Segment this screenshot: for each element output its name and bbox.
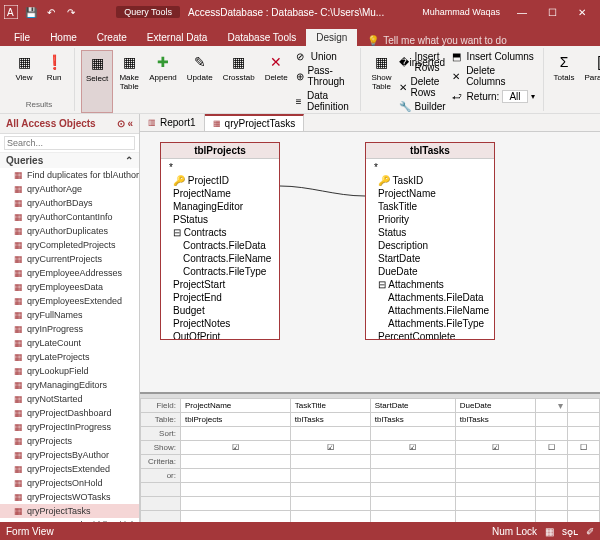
nav-item[interactable]: ▦qryFullNames [0, 308, 139, 322]
field-item[interactable]: ProjectStart [165, 278, 275, 291]
qbe-cell[interactable] [290, 469, 370, 483]
qbe-cell[interactable] [290, 427, 370, 441]
field-item[interactable]: 🔑 ProjectID [165, 174, 275, 187]
qbe-cell[interactable] [536, 413, 568, 427]
delete-rows-button[interactable]: ✕Delete Rows [397, 75, 447, 99]
qbe-cell[interactable]: ☑ [181, 441, 291, 455]
nav-section-queries[interactable]: Queries⌃ [0, 153, 139, 168]
view-design-icon[interactable]: ✐ [586, 526, 594, 537]
builder-button[interactable]: 🔧Builder [397, 100, 447, 113]
nav-search-input[interactable] [4, 136, 135, 150]
undo-icon[interactable]: ↶ [44, 5, 58, 19]
append-button[interactable]: ✚Append [145, 50, 181, 113]
nav-item[interactable]: ▦Find duplicates for tblAuthors [0, 168, 139, 182]
nav-header[interactable]: All Access Objects ⊙ « [0, 114, 139, 134]
qbe-cell[interactable] [455, 469, 536, 483]
qbe-cell[interactable] [290, 455, 370, 469]
nav-item[interactable]: ▦qryCurrentProjects [0, 252, 139, 266]
field-item[interactable]: Attachments.FileName [370, 304, 490, 317]
field-item[interactable]: Contracts.FileData [165, 239, 275, 252]
field-item[interactable]: ProjectEnd [165, 291, 275, 304]
qbe-cell[interactable] [455, 455, 536, 469]
doctab-report1[interactable]: ▥Report1 [140, 114, 205, 131]
field-item[interactable]: StartDate [370, 252, 490, 265]
qbe-cell[interactable] [536, 469, 568, 483]
view-button[interactable]: ▦View [10, 50, 38, 100]
nav-item[interactable]: ▦qryProjectsWOTasks [0, 490, 139, 504]
field-item[interactable]: ProjectName [370, 187, 490, 200]
update-button[interactable]: ✎Update [183, 50, 217, 113]
nav-item[interactable]: ▦qryLateCount [0, 336, 139, 350]
nav-item[interactable]: ▦qryLateProjects [0, 350, 139, 364]
passthrough-button[interactable]: ⊕Pass-Through [294, 64, 355, 88]
nav-item[interactable]: ▦qryProjectsByAuthor [0, 448, 139, 462]
field-item[interactable]: Attachments.FileType [370, 317, 490, 330]
save-icon[interactable]: 💾 [24, 5, 38, 19]
nav-item[interactable]: ▦qryAuthorDuplicates [0, 224, 139, 238]
qbe-cell[interactable]: StartDate [370, 399, 455, 413]
table-tbltasks[interactable]: tblTasks *🔑 TaskIDProjectNameTaskTitlePr… [365, 142, 495, 340]
qbe-cell[interactable]: ☑ [290, 441, 370, 455]
doctab-qryprojecttasks[interactable]: ▦qryProjectTasks [205, 114, 305, 131]
qbe-cell[interactable] [181, 427, 291, 441]
qbe-cell[interactable]: tblTasks [290, 413, 370, 427]
collapse-icon[interactable]: ⌃ [125, 155, 133, 166]
select-button[interactable]: ▦Select [81, 50, 113, 113]
nav-item[interactable]: ▦qryLookupField [0, 364, 139, 378]
field-item[interactable]: PercentComplete [370, 330, 490, 339]
qbe-cell[interactable]: tblTasks [370, 413, 455, 427]
field-item[interactable]: OutOfPrint [165, 330, 275, 339]
qbe-cell[interactable]: ☐ [568, 441, 600, 455]
tab-external-data[interactable]: External Data [137, 29, 218, 46]
datadef-button[interactable]: ≡Data Definition [294, 89, 355, 113]
qbe-cell[interactable] [181, 469, 291, 483]
nav-item[interactable]: ▦qryProjectDashboard [0, 406, 139, 420]
field-item[interactable]: ⊟ Attachments [370, 278, 490, 291]
field-item[interactable]: Priority [370, 213, 490, 226]
nav-item[interactable]: ▦qryManagingEditors [0, 378, 139, 392]
qbe-cell[interactable]: tblTasks [455, 413, 536, 427]
field-item[interactable]: Contracts.FileName [165, 252, 275, 265]
delete-button[interactable]: ✕Delete [261, 50, 292, 113]
field-item[interactable]: ProjectNotes [165, 317, 275, 330]
field-item[interactable]: * [370, 161, 490, 174]
qbe-cell[interactable]: TaskTitle [290, 399, 370, 413]
query-design-surface[interactable]: tblProjects *🔑 ProjectIDProjectNameManag… [140, 132, 600, 392]
nav-item[interactable]: ▦qryNotStarted [0, 392, 139, 406]
qbe-cell[interactable]: ▾ [536, 399, 568, 413]
field-item[interactable]: Description [370, 239, 490, 252]
union-button[interactable]: ⊘Union [294, 50, 355, 63]
nav-item[interactable]: ▦qryProjectsOnHold [0, 476, 139, 490]
field-item[interactable]: PStatus [165, 213, 275, 226]
field-item[interactable]: TaskTitle [370, 200, 490, 213]
insert-rows-button[interactable]: �insertedInsert Rows [397, 50, 447, 74]
field-item[interactable]: Contracts.FileType [165, 265, 275, 278]
field-item[interactable]: * [165, 161, 275, 174]
qbe-cell[interactable] [568, 413, 600, 427]
tab-create[interactable]: Create [87, 29, 137, 46]
make-table-button[interactable]: ▦Make Table [115, 50, 143, 113]
field-item[interactable]: ⊟ Contracts [165, 226, 275, 239]
qbe-cell[interactable]: tblProjects [181, 413, 291, 427]
qbe-cell[interactable] [370, 455, 455, 469]
user-name[interactable]: Muhammad Waqas [422, 7, 500, 17]
field-item[interactable]: ProjectName [165, 187, 275, 200]
parameters-button[interactable]: [?]Parameters [580, 50, 600, 101]
run-button[interactable]: ❗Run [40, 50, 68, 100]
qbe-cell[interactable] [455, 427, 536, 441]
qbe-cell[interactable] [568, 455, 600, 469]
qbe-cell[interactable]: ☑ [370, 441, 455, 455]
qbe-cell[interactable] [181, 455, 291, 469]
chevron-down-icon[interactable]: ⊙ « [117, 118, 133, 129]
nav-item[interactable]: ▦qryProjectsExtended [0, 462, 139, 476]
delete-cols-button[interactable]: ✕Delete Columns [450, 64, 537, 88]
nav-item[interactable]: ▦qryProjectTasks [0, 504, 139, 518]
nav-item[interactable]: ▦qryEmployeesExtended [0, 294, 139, 308]
qbe-cell[interactable] [536, 427, 568, 441]
minimize-icon[interactable]: — [508, 7, 536, 18]
nav-item[interactable]: ▦qryAuthorContantInfo [0, 210, 139, 224]
nav-item[interactable]: ▦qryAuthorBDays [0, 196, 139, 210]
nav-item[interactable]: ▦qryInProgress [0, 322, 139, 336]
qbe-cell[interactable] [568, 469, 600, 483]
tab-file[interactable]: File [4, 29, 40, 46]
